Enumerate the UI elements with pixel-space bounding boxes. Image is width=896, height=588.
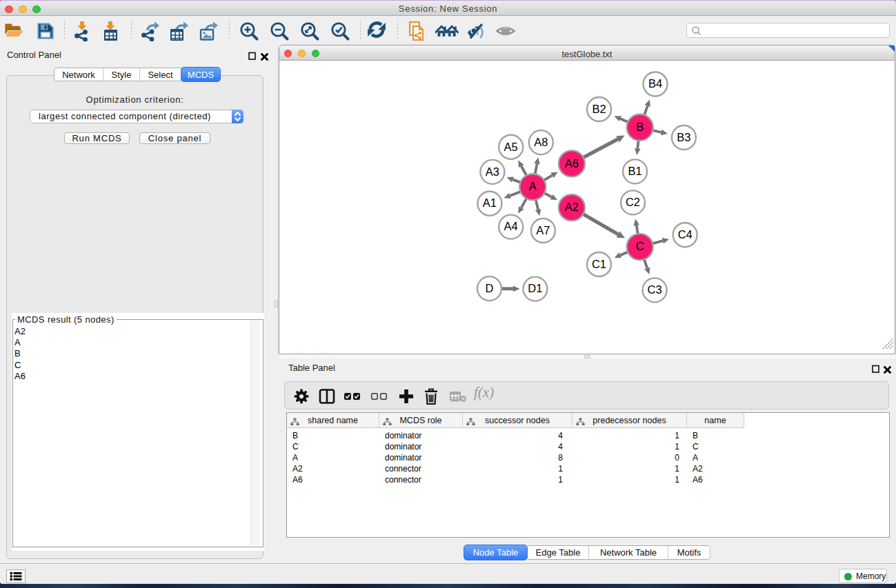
svg-text:B3: B3 bbox=[677, 131, 690, 143]
svg-text:B2: B2 bbox=[592, 103, 606, 115]
svg-text:A5: A5 bbox=[504, 141, 518, 153]
svg-text:B1: B1 bbox=[628, 165, 642, 177]
svg-text:A1: A1 bbox=[483, 196, 497, 209]
svg-text:A4: A4 bbox=[504, 220, 518, 232]
svg-text:B4: B4 bbox=[648, 77, 662, 90]
svg-text:C2: C2 bbox=[626, 196, 640, 208]
svg-text:B: B bbox=[636, 121, 644, 133]
svg-text:C3: C3 bbox=[648, 283, 662, 296]
svg-text:C: C bbox=[636, 240, 644, 252]
svg-text:C1: C1 bbox=[592, 258, 606, 270]
svg-text:C4: C4 bbox=[678, 228, 693, 241]
svg-text:A2: A2 bbox=[565, 201, 579, 213]
svg-text:A3: A3 bbox=[486, 165, 499, 178]
svg-text:A8: A8 bbox=[534, 136, 548, 148]
svg-text:D1: D1 bbox=[528, 282, 542, 294]
svg-text:A: A bbox=[529, 180, 537, 192]
svg-text:A6: A6 bbox=[565, 157, 579, 170]
svg-text:A7: A7 bbox=[536, 224, 550, 236]
svg-text:D: D bbox=[486, 282, 494, 294]
